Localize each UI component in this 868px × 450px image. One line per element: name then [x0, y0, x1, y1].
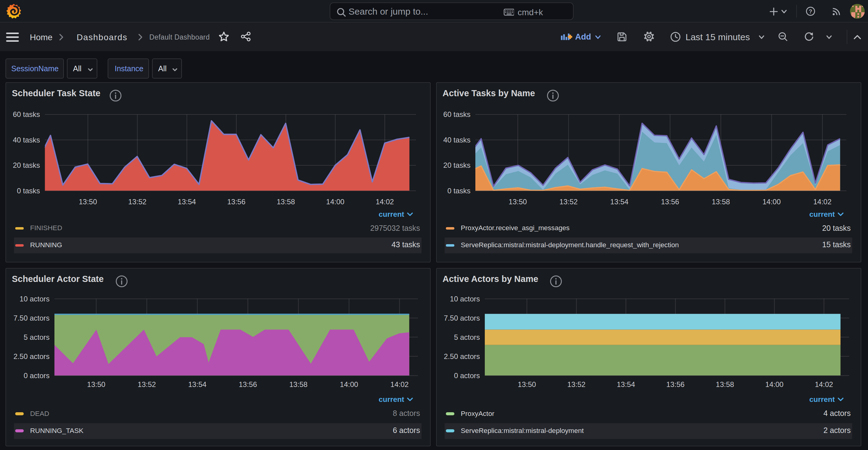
- svg-text:14:02: 14:02: [814, 381, 833, 389]
- svg-text:14:00: 14:00: [765, 381, 783, 389]
- svg-text:2.50 actors: 2.50 actors: [443, 352, 479, 361]
- svg-text:13:56: 13:56: [227, 197, 245, 205]
- svg-text:13:58: 13:58: [711, 197, 730, 205]
- svg-text:14:02: 14:02: [375, 197, 394, 205]
- svg-text:13:52: 13:52: [559, 197, 577, 205]
- svg-text:7.50 actors: 7.50 actors: [13, 314, 49, 322]
- svg-text:20 tasks: 20 tasks: [443, 161, 470, 169]
- svg-text:14:00: 14:00: [762, 197, 780, 205]
- svg-text:13:58: 13:58: [289, 381, 307, 389]
- svg-text:13:54: 13:54: [610, 197, 628, 205]
- svg-text:0 tasks: 0 tasks: [17, 186, 40, 195]
- svg-text:10 actors: 10 actors: [19, 295, 49, 303]
- svg-text:13:56: 13:56: [239, 381, 257, 389]
- svg-text:13:58: 13:58: [276, 197, 295, 205]
- svg-text:5 actors: 5 actors: [454, 333, 479, 341]
- svg-text:14:02: 14:02: [390, 381, 408, 389]
- svg-text:5 actors: 5 actors: [23, 333, 49, 341]
- svg-text:0 actors: 0 actors: [23, 371, 49, 380]
- svg-text:0 actors: 0 actors: [454, 371, 479, 380]
- svg-text:13:50: 13:50: [87, 381, 105, 389]
- svg-text:40 tasks: 40 tasks: [443, 136, 470, 144]
- svg-text:14:00: 14:00: [340, 381, 358, 389]
- svg-text:2.50 actors: 2.50 actors: [13, 352, 49, 361]
- svg-text:13:52: 13:52: [567, 381, 585, 389]
- svg-text:13:50: 13:50: [508, 197, 526, 205]
- svg-text:13:58: 13:58: [716, 381, 734, 389]
- svg-text:13:52: 13:52: [128, 197, 146, 205]
- svg-text:13:56: 13:56: [666, 381, 684, 389]
- svg-text:13:54: 13:54: [188, 381, 206, 389]
- svg-text:7.50 actors: 7.50 actors: [443, 314, 479, 322]
- svg-text:0 tasks: 0 tasks: [447, 186, 470, 195]
- svg-text:13:50: 13:50: [79, 197, 97, 205]
- svg-text:13:56: 13:56: [660, 197, 679, 205]
- svg-text:13:52: 13:52: [137, 381, 156, 389]
- svg-text:60 tasks: 60 tasks: [443, 110, 470, 118]
- svg-text:40 tasks: 40 tasks: [12, 136, 39, 144]
- svg-text:13:54: 13:54: [617, 381, 635, 389]
- svg-text:14:02: 14:02: [813, 197, 831, 205]
- svg-text:14:00: 14:00: [326, 197, 344, 205]
- svg-text:13:50: 13:50: [517, 381, 535, 389]
- svg-text:13:54: 13:54: [177, 197, 195, 205]
- svg-text:60 tasks: 60 tasks: [12, 110, 39, 118]
- svg-text:20 tasks: 20 tasks: [12, 161, 39, 169]
- svg-text:?: ?: [809, 8, 812, 15]
- svg-text:10 actors: 10 actors: [450, 295, 479, 303]
